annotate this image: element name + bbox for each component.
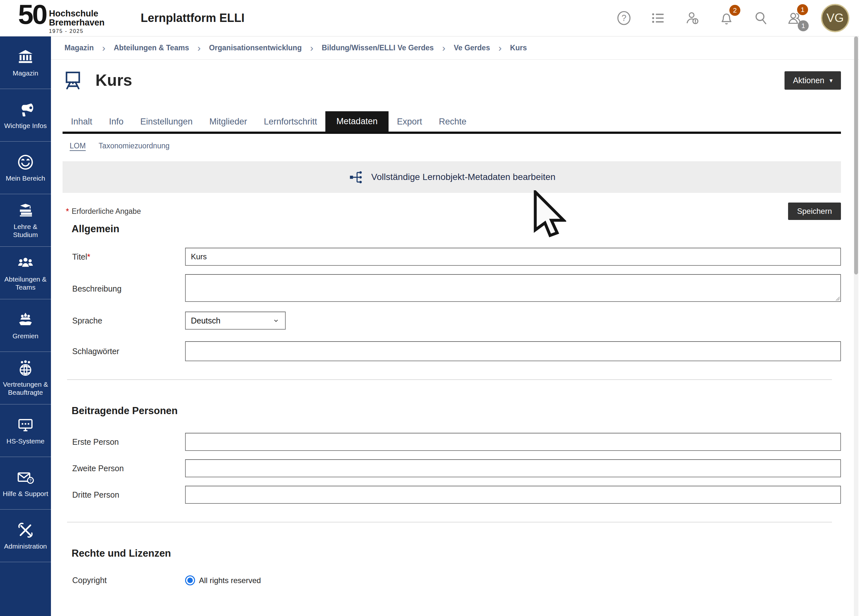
sidebar-item-magazin[interactable]: Magazin xyxy=(0,36,51,89)
contacts-new-badge: 1 xyxy=(797,4,808,15)
breadcrumb-separator: › xyxy=(310,42,314,53)
svg-text:?: ? xyxy=(622,13,626,23)
sidebar-item-hilfe-support[interactable]: ? Hilfe & Support xyxy=(0,457,51,510)
sidebar-item-lehre-studium[interactable]: Lehre & Studium xyxy=(0,194,51,247)
save-button[interactable]: Speichern xyxy=(788,203,841,220)
bank-icon xyxy=(16,48,34,66)
page-title: Kurs xyxy=(95,71,132,90)
committee-icon xyxy=(16,311,34,329)
banner-label: Vollständige Lernobjekt-Metadaten bearbe… xyxy=(371,172,555,182)
breadcrumb-item-ve-gerdes[interactable]: Ve Gerdes xyxy=(454,44,490,52)
sprache-select[interactable]: Deutsch xyxy=(185,311,286,330)
section-divider xyxy=(67,379,832,380)
tab-bar: Inhalt Info Einstellungen Mitglieder Ler… xyxy=(62,111,841,134)
zweite-person-input[interactable] xyxy=(185,459,841,477)
erste-person-label: Erste Person xyxy=(62,437,185,447)
beschreibung-label: Beschreibung xyxy=(62,284,185,294)
scrollbar-thumb[interactable] xyxy=(854,36,858,274)
titel-required-star: * xyxy=(87,252,90,261)
breadcrumb-separator: › xyxy=(102,42,105,53)
sidebar-item-abteilungen-teams[interactable]: Abteilungen & Teams xyxy=(0,247,51,299)
copyright-option-label: All rights reserved xyxy=(199,576,261,585)
tab-export[interactable]: Export xyxy=(389,112,431,131)
tab-inhalt[interactable]: Inhalt xyxy=(62,112,101,131)
top-header: 50 Hochschule Bremerhaven 1975 - 2025 Le… xyxy=(0,0,859,36)
notifications-icon[interactable]: 2 xyxy=(718,10,734,26)
main-content: Magazin › Abteilungen & Teams › Organisa… xyxy=(51,36,859,616)
metadata-tree-icon xyxy=(348,169,364,185)
subtab-lom[interactable]: LOM xyxy=(70,142,86,150)
zweite-person-label: Zweite Person xyxy=(62,464,185,473)
select-chevron-icon xyxy=(272,317,280,324)
university-logo: 50 Hochschule Bremerhaven 1975 - 2025 xyxy=(18,2,105,34)
logo-years: 1975 - 2025 xyxy=(49,28,105,34)
copyright-label: Copyright xyxy=(62,576,185,585)
breadcrumb-item-bildung[interactable]: Bildung/Wissen/ELLI Ve Gerdes xyxy=(322,44,434,52)
breadcrumb-item-organisationsentwicklung[interactable]: Organisationsentwicklung xyxy=(209,44,302,52)
sidebar-item-hs-systeme[interactable]: HS-Systeme xyxy=(0,405,51,457)
logo-line2: Bremerhaven xyxy=(49,18,105,27)
sidebar-item-vertretungen[interactable]: Vertretungen & Beauftragte xyxy=(0,352,51,405)
tab-rechte[interactable]: Rechte xyxy=(431,112,475,131)
section-title-rechte: Rechte und Lizenzen xyxy=(72,548,841,559)
breadcrumb: Magazin › Abteilungen & Teams › Organisa… xyxy=(51,36,859,59)
breadcrumb-separator: › xyxy=(197,42,201,53)
course-easel-icon xyxy=(62,67,83,93)
user-avatar[interactable]: VG xyxy=(821,4,849,32)
sidebar-item-gremien[interactable]: Gremien xyxy=(0,299,51,352)
main-sidebar: Magazin Wichtige Infos Mein Bereich Lehr… xyxy=(0,36,51,616)
logo-line1: Hochschule xyxy=(49,9,105,18)
breadcrumb-separator: › xyxy=(498,42,502,53)
monitor-icon xyxy=(16,416,34,434)
breadcrumb-item-kurs: Kurs xyxy=(510,44,527,52)
sprache-label: Sprache xyxy=(62,316,185,325)
breadcrumb-separator: › xyxy=(442,42,445,53)
schlagwoerter-label: Schlagwörter xyxy=(62,347,185,356)
books-icon xyxy=(16,202,34,220)
svg-text:?: ? xyxy=(29,478,31,483)
copyright-radio[interactable] xyxy=(185,575,195,585)
tab-lernfortschritt[interactable]: Lernfortschritt xyxy=(255,112,325,131)
required-note: Erforderliche Angabe xyxy=(72,207,141,216)
people-group-icon xyxy=(16,254,34,272)
section-title-allgemein: Allgemein xyxy=(72,223,841,235)
tab-metadaten[interactable]: Metadaten xyxy=(325,111,389,131)
contacts-icon[interactable]: 1 1 xyxy=(787,10,803,26)
tab-einstellungen[interactable]: Einstellungen xyxy=(132,112,201,131)
sidebar-item-mein-bereich[interactable]: Mein Bereich xyxy=(0,142,51,194)
breadcrumb-item-magazin[interactable]: Magazin xyxy=(64,44,94,52)
search-icon[interactable] xyxy=(753,10,769,26)
erste-person-input[interactable] xyxy=(185,433,841,451)
globe-people-icon xyxy=(16,359,34,377)
notifications-badge: 2 xyxy=(729,5,740,16)
sprache-select-value: Deutsch xyxy=(191,316,220,325)
contacts-count-badge: 1 xyxy=(798,20,809,31)
breadcrumb-item-abteilungen[interactable]: Abteilungen & Teams xyxy=(114,44,189,52)
titel-input[interactable] xyxy=(185,248,841,266)
section-divider xyxy=(67,522,832,522)
tab-mitglieder[interactable]: Mitglieder xyxy=(201,112,255,131)
subtab-bar: LOM Taxonomiezuordnung xyxy=(62,142,841,150)
megaphone-icon xyxy=(16,101,34,119)
edit-full-metadata-banner[interactable]: Vollständige Lernobjekt-Metadaten bearbe… xyxy=(62,161,841,193)
mail-question-icon: ? xyxy=(16,469,34,487)
required-star: * xyxy=(66,206,69,216)
subtab-taxonomiezuordnung[interactable]: Taxonomiezuordnung xyxy=(99,142,170,150)
smiley-icon xyxy=(16,153,34,171)
help-icon[interactable]: ? xyxy=(616,10,632,26)
logo-50-text: 50 xyxy=(18,2,47,27)
dritte-person-input[interactable] xyxy=(185,486,841,504)
awareness-icon[interactable] xyxy=(684,10,700,26)
sidebar-item-administration[interactable]: Administration xyxy=(0,510,51,562)
sidebar-item-wichtige-infos[interactable]: Wichtige Infos xyxy=(0,89,51,142)
vertical-scrollbar[interactable] xyxy=(854,36,858,616)
dritte-person-label: Dritte Person xyxy=(62,490,185,500)
actions-button[interactable]: Aktionen ▾ xyxy=(784,71,841,90)
resize-grip-icon[interactable] xyxy=(834,295,840,300)
main-menu-icon[interactable] xyxy=(650,10,666,26)
chevron-down-icon: ▾ xyxy=(829,77,832,83)
schlagwoerter-input[interactable] xyxy=(185,341,841,361)
beschreibung-textarea[interactable] xyxy=(185,274,841,302)
tab-info[interactable]: Info xyxy=(101,112,132,131)
section-title-beitragende: Beitragende Personen xyxy=(72,405,841,417)
